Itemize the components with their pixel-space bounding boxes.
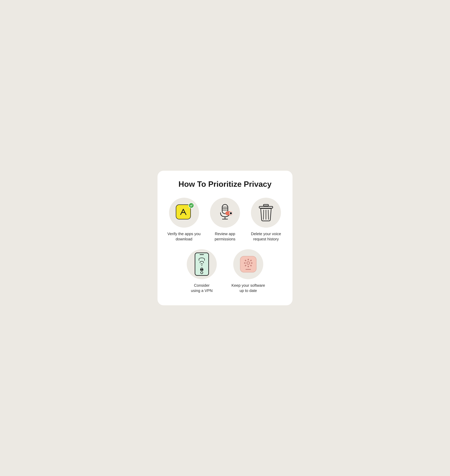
svg-point-17 xyxy=(247,262,250,264)
phone-home-button xyxy=(200,271,203,274)
svg-rect-20 xyxy=(244,262,246,264)
microphone-icon xyxy=(215,203,235,222)
item-delete-history: Delete your voicerequest history xyxy=(247,198,285,242)
lock-keyhole xyxy=(201,269,202,270)
svg-rect-23 xyxy=(245,265,247,267)
wifi-arc-large xyxy=(199,258,205,261)
svg-rect-19 xyxy=(248,266,249,267)
svg-line-16 xyxy=(268,210,268,219)
svg-line-0 xyxy=(181,209,183,215)
trash-icon xyxy=(258,204,274,222)
lock-shackle xyxy=(201,267,203,269)
main-card: How To Prioritize Privacy xyxy=(158,171,292,305)
wifi-arc-small xyxy=(201,263,203,264)
svg-line-14 xyxy=(263,210,264,219)
svg-rect-22 xyxy=(250,260,252,261)
app-store-a-svg xyxy=(179,207,188,216)
gear-icon xyxy=(244,259,253,267)
delete-history-label: Delete your voicerequest history xyxy=(251,231,281,242)
settings-box xyxy=(240,256,256,273)
vpn-label: Considerusing a VPN xyxy=(191,283,213,293)
wifi-signal xyxy=(199,258,205,266)
svg-rect-12 xyxy=(263,204,268,206)
bottom-grid: Considerusing a VPN xyxy=(180,249,270,293)
icon-circle-vpn xyxy=(187,249,217,279)
software-update-label: Keep your softwareup to date xyxy=(231,283,265,293)
item-review-permissions: Review apppermissions xyxy=(206,198,244,242)
page-title: How To Prioritize Privacy xyxy=(165,180,285,189)
icon-circle-verify xyxy=(169,198,199,228)
wifi-dot xyxy=(201,265,202,266)
lock-icon xyxy=(200,267,203,271)
svg-rect-21 xyxy=(251,262,252,264)
verify-apps-label: Verify the apps you download xyxy=(165,231,203,242)
item-verify-apps: Verify the apps you download xyxy=(165,198,203,242)
icon-circle-settings xyxy=(233,249,263,279)
svg-rect-25 xyxy=(245,260,247,261)
check-badge xyxy=(188,203,194,208)
settings-line xyxy=(246,269,251,270)
icon-circle-trash xyxy=(251,198,281,228)
phone-notch xyxy=(200,254,204,255)
item-vpn: Considerusing a VPN xyxy=(180,249,224,293)
phone-body xyxy=(195,253,209,276)
svg-point-11 xyxy=(230,212,232,214)
lock-body xyxy=(200,269,203,271)
wifi-arc-medium xyxy=(200,261,204,263)
svg-rect-18 xyxy=(248,259,249,260)
app-store-icon xyxy=(176,204,192,221)
review-permissions-label: Review apppermissions xyxy=(215,231,236,242)
svg-line-1 xyxy=(183,209,186,215)
svg-rect-13 xyxy=(259,206,273,208)
item-software-update: Keep your softwareup to date xyxy=(226,249,270,293)
top-grid: Verify the apps you download xyxy=(165,198,285,242)
icon-circle-permissions xyxy=(210,198,240,228)
svg-rect-24 xyxy=(250,265,252,267)
